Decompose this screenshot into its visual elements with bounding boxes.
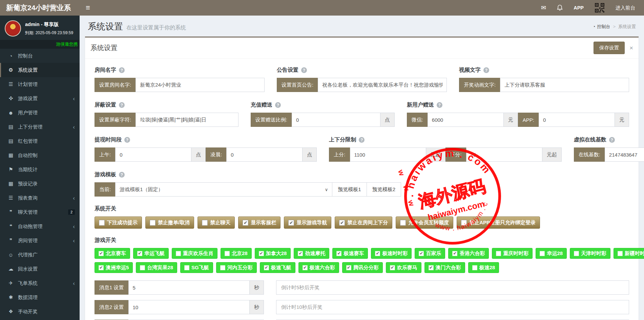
- game-switch-button[interactable]: 幸运飞艇: [133, 248, 169, 259]
- sidebar-item[interactable]: ▤ 红包管理: [0, 134, 80, 148]
- help-icon[interactable]: [124, 137, 130, 143]
- hamburger-menu-icon[interactable]: ≡: [80, 0, 96, 16]
- game-switch-button[interactable]: 河内五分彩: [216, 262, 257, 273]
- game-switch-button[interactable]: 重庆欢乐生肖: [172, 248, 217, 259]
- sidebar-item[interactable]: ☰ 报表查询: [0, 191, 80, 205]
- sidebar-item[interactable]: ✜ 游戏设置: [0, 91, 80, 106]
- bell-icon[interactable]: [557, 5, 563, 11]
- game-switch-button[interactable]: 北京赛车: [95, 248, 130, 259]
- game-switch-button[interactable]: 天津时时彩: [570, 248, 610, 259]
- checkbox-icon: [259, 251, 264, 256]
- help-icon[interactable]: [359, 137, 365, 143]
- game-switch-button[interactable]: 极速六合彩: [298, 262, 339, 273]
- game-switch-button[interactable]: 百家乐: [415, 248, 445, 259]
- sidebar-item[interactable]: ☁ 回水设置: [0, 262, 80, 276]
- game-switch-button[interactable]: 加拿大28: [255, 248, 291, 259]
- notice-input[interactable]: [318, 78, 447, 92]
- game-switch-button[interactable]: 劲速摩托: [294, 248, 329, 259]
- withdraw-am-input[interactable]: [115, 147, 191, 162]
- preview-template1-button[interactable]: 预览模板1: [332, 182, 367, 197]
- message-seconds-input[interactable]: 5: [128, 280, 250, 295]
- app-bonus-input[interactable]: [539, 113, 615, 127]
- game-switch-button[interactable]: 台湾宾果28: [136, 262, 177, 273]
- enter-frontend-link[interactable]: 进入前台: [616, 5, 635, 11]
- settings-panel: 系统设置 保存设置 × 房间名字 设置房间名字: 公告设置: [85, 37, 639, 320]
- game-switch-button[interactable]: 极速飞艇: [260, 262, 295, 273]
- sidebar-item[interactable]: ✈ 飞单系统: [0, 276, 80, 290]
- help-icon[interactable]: [437, 102, 442, 108]
- down-limit-input[interactable]: [466, 147, 542, 162]
- game-switch-button[interactable]: 极速28: [468, 262, 499, 273]
- help-icon[interactable]: [119, 102, 125, 108]
- sidebar-item[interactable]: ❖ 手动开奖: [0, 304, 80, 319]
- breadcrumb-home[interactable]: ◔控制台: [593, 24, 610, 30]
- sidebar-item[interactable]: ▦ 预设记录: [0, 177, 80, 191]
- sidebar-item[interactable]: ⚙ 系统设置: [0, 63, 80, 77]
- video-text-input[interactable]: [500, 78, 629, 92]
- game-switch-button[interactable]: 北京28: [221, 248, 252, 259]
- system-switch-button[interactable]: 允许会员互转额度: [396, 216, 453, 229]
- sidebar-item[interactable]: ☰ 计划管理: [0, 77, 80, 91]
- system-switch-button[interactable]: 下注成功提示: [95, 216, 142, 229]
- system-switch-button[interactable]: 显示游戏导航: [284, 216, 331, 229]
- up-limit-input[interactable]: [350, 147, 426, 162]
- sidebar-item-icon: ❞: [6, 237, 15, 244]
- game-switch-button[interactable]: 新疆时时彩: [614, 248, 644, 259]
- game-switch-button[interactable]: 幸运28: [536, 248, 567, 259]
- preview-template2-button[interactable]: 预览模板2: [367, 182, 401, 197]
- system-switch-button[interactable]: 禁止在房间上下分: [335, 216, 392, 229]
- help-icon[interactable]: [609, 137, 615, 143]
- sidebar-item[interactable]: ✱ 数据清理: [0, 290, 80, 304]
- sidebar-item[interactable]: ⚑ 当期统计: [0, 162, 80, 177]
- system-switch-button[interactable]: 禁止聊天: [198, 216, 235, 229]
- wechat-bonus-input[interactable]: [428, 113, 504, 127]
- sidebar-item[interactable]: ☻ 用户管理: [0, 106, 80, 120]
- mail-icon[interactable]: ✉: [541, 4, 546, 12]
- help-icon[interactable]: [483, 67, 489, 73]
- help-icon[interactable]: [119, 172, 125, 178]
- sidebar-item[interactable]: ❞ 房间管理: [0, 233, 80, 248]
- game-switch-button[interactable]: 腾讯分分彩: [342, 262, 383, 273]
- save-settings-button[interactable]: 保存设置: [594, 42, 625, 54]
- block-chars-input[interactable]: [136, 113, 238, 127]
- game-switch-button[interactable]: 欢乐赛马: [386, 262, 421, 273]
- sidebar-item[interactable]: ▤ 上下分管理: [0, 120, 80, 134]
- message-row: 消息1 设置 5 秒 倒计时5秒后开奖: [95, 280, 629, 295]
- game-switch-button[interactable]: 重庆时时彩: [492, 248, 533, 259]
- brand-logo[interactable]: 新葡京24小时营业系: [0, 0, 80, 16]
- sidebar-item[interactable]: ▦ 自动控制: [0, 148, 80, 162]
- countdown-text-input[interactable]: 倒计时5秒后开奖: [276, 280, 629, 295]
- game-switch-button[interactable]: 极速赛车: [332, 248, 368, 259]
- game-switch-button[interactable]: 极速时时彩: [371, 248, 412, 259]
- game-label: 重庆欢乐生肖: [183, 250, 213, 257]
- sidebar-item[interactable]: ❝ 自动拖管理: [0, 219, 80, 233]
- qr-code-icon[interactable]: [595, 3, 605, 13]
- recharge-bonus-input[interactable]: [292, 113, 380, 127]
- help-icon[interactable]: [119, 67, 125, 73]
- app-link[interactable]: APP: [574, 5, 584, 10]
- help-icon[interactable]: [275, 102, 281, 108]
- game-switch-button[interactable]: 澳洲幸运5: [95, 262, 133, 273]
- system-switch-button[interactable]: 显示客服栏: [238, 216, 281, 229]
- sidebar: admin - 尊享版 到期: 2025-05-09 23:59:59 游侠邀您…: [0, 16, 80, 320]
- online-base-input[interactable]: [605, 147, 644, 162]
- template-select[interactable]: 游戏模板1（固定）: [115, 182, 332, 197]
- sidebar-item[interactable]: ☺ 代理推广: [0, 248, 80, 262]
- room-name-input[interactable]: [136, 78, 265, 92]
- sidebar-item-icon: ☰: [6, 195, 15, 201]
- game-switch-button[interactable]: SG飞艇: [180, 262, 213, 273]
- input-suffix: 元: [504, 113, 518, 127]
- sidebar-item[interactable]: ◔ 控制台: [0, 49, 80, 63]
- system-switch-button[interactable]: 禁止撤单/取消: [145, 216, 194, 229]
- switch-label: 禁止聊天: [210, 220, 230, 226]
- system-switch-button[interactable]: 禁止APP注册只允许绑定登录: [457, 216, 540, 229]
- withdraw-dawn-input[interactable]: [226, 147, 303, 162]
- message-seconds-input[interactable]: 10: [128, 300, 250, 314]
- panel-title: 系统设置: [90, 43, 118, 52]
- game-switch-button[interactable]: 澳门六合彩: [424, 262, 465, 273]
- sidebar-item[interactable]: ❞ 聊天管理 2: [0, 205, 80, 219]
- close-icon[interactable]: ×: [629, 45, 633, 51]
- help-icon[interactable]: [301, 67, 307, 73]
- game-switch-button[interactable]: 香港六合彩: [448, 248, 489, 259]
- countdown-text-input[interactable]: 倒计时10秒后开奖: [276, 300, 629, 314]
